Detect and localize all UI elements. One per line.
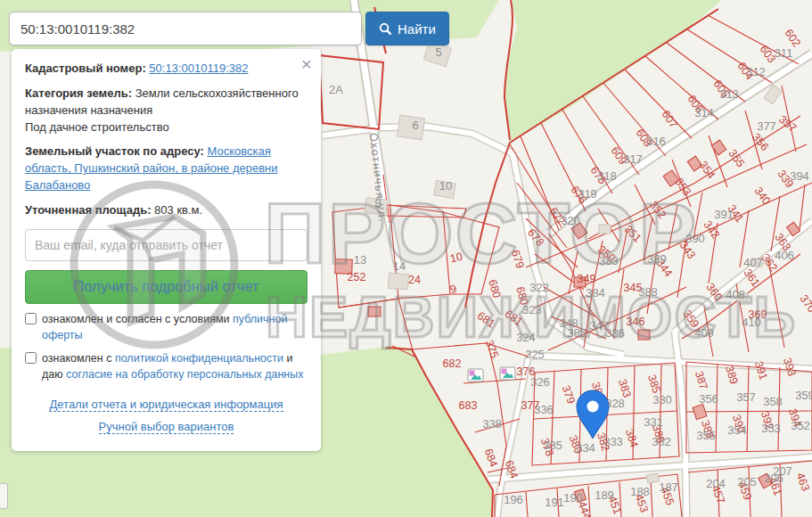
svg-text:394: 394 xyxy=(790,169,809,183)
svg-text:311: 311 xyxy=(775,46,793,60)
land-use-value: Под дачное строительство xyxy=(25,120,169,134)
search-button[interactable]: Найти xyxy=(365,12,449,45)
cadastral-number-label: Кадастровый номер: xyxy=(25,62,146,75)
svg-text:409: 409 xyxy=(694,326,714,340)
svg-text:312: 312 xyxy=(746,65,766,78)
svg-text:323: 323 xyxy=(522,303,542,316)
manual-select-link[interactable]: Ручной выбор вариантов xyxy=(99,420,234,434)
broken-image-icon xyxy=(500,367,515,380)
close-icon[interactable]: × xyxy=(301,54,312,73)
svg-text:322: 322 xyxy=(529,281,549,294)
svg-text:349: 349 xyxy=(578,273,596,285)
report-details-link[interactable]: Детали отчета и юридическая информация xyxy=(49,398,283,412)
svg-text:331: 331 xyxy=(644,415,663,429)
panel-footer-links: Детали отчета и юридическая информация Р… xyxy=(25,394,308,438)
svg-text:336: 336 xyxy=(534,403,554,416)
privacy-policy-link[interactable]: политикой конфиденциальности xyxy=(115,352,283,365)
svg-text:5: 5 xyxy=(435,45,441,59)
svg-text:188: 188 xyxy=(630,485,650,498)
svg-text:384: 384 xyxy=(586,286,605,300)
search-icon xyxy=(379,22,392,36)
svg-text:333: 333 xyxy=(603,435,623,448)
search-bar: Найти xyxy=(9,12,449,45)
svg-text:332: 332 xyxy=(652,435,671,448)
svg-text:191: 191 xyxy=(545,496,564,509)
svg-text:390: 390 xyxy=(685,232,705,245)
svg-text:325: 325 xyxy=(525,348,545,361)
search-button-label: Найти xyxy=(398,21,436,37)
privacy-checkbox[interactable] xyxy=(25,352,37,364)
svg-text:408: 408 xyxy=(726,288,745,301)
svg-text:388: 388 xyxy=(638,285,658,299)
personal-data-link[interactable]: согласие на обработку персональных данны… xyxy=(66,368,303,381)
svg-text:313: 313 xyxy=(719,87,739,101)
map-control-fragment xyxy=(0,483,8,509)
svg-text:2А: 2А xyxy=(329,83,343,96)
svg-text:14: 14 xyxy=(393,259,406,273)
svg-text:389: 389 xyxy=(647,252,667,266)
svg-text:335: 335 xyxy=(543,439,562,452)
svg-text:187: 187 xyxy=(659,480,678,494)
svg-text:357: 357 xyxy=(736,390,756,404)
svg-text:383: 383 xyxy=(599,254,619,267)
svg-text:347: 347 xyxy=(589,319,609,332)
svg-text:205: 205 xyxy=(737,475,757,488)
svg-text:354: 354 xyxy=(727,423,747,437)
svg-text:353: 353 xyxy=(761,422,781,435)
svg-text:391: 391 xyxy=(714,208,734,221)
svg-text:320: 320 xyxy=(561,214,580,227)
offer-checkbox[interactable] xyxy=(25,313,37,324)
svg-text:410: 410 xyxy=(742,316,761,329)
svg-text:317: 317 xyxy=(623,152,643,166)
svg-text:207: 207 xyxy=(773,464,792,478)
search-input[interactable] xyxy=(9,12,362,45)
svg-text:348: 348 xyxy=(559,316,578,330)
svg-text:352: 352 xyxy=(791,419,810,432)
svg-text:682: 682 xyxy=(443,357,462,370)
offer-checkbox-text: ознакомлен и согласен с условиями xyxy=(42,313,233,325)
svg-text:358: 358 xyxy=(763,395,783,408)
land-category-row: Категория земель: Земли сельскохозяйстве… xyxy=(25,86,308,136)
svg-text:406: 406 xyxy=(775,249,794,262)
get-report-button[interactable]: Получить подробный отчет xyxy=(25,270,308,304)
svg-text:252: 252 xyxy=(348,271,366,283)
svg-text:316: 316 xyxy=(646,135,666,148)
svg-text:10: 10 xyxy=(439,179,452,193)
land-category-label: Категория земель: xyxy=(25,86,132,100)
offer-checkbox-row: ознакомлен и согласен с условиями публич… xyxy=(25,311,308,343)
svg-text:13: 13 xyxy=(354,253,366,267)
svg-text:359: 359 xyxy=(795,389,812,402)
address-row: Земельный участок по адресу: Московская … xyxy=(25,144,308,194)
address-label: Земельный участок по адресу: xyxy=(25,144,204,158)
svg-text:318: 318 xyxy=(597,169,617,183)
cadastral-number-link[interactable]: 50:13:0010119:382 xyxy=(149,62,248,75)
svg-text:319: 319 xyxy=(578,187,597,201)
cadastral-number-row: Кадастровый номер: 50:13:0010119:382 xyxy=(25,61,308,78)
area-label: Уточненная площадь: xyxy=(25,203,151,217)
svg-text:355: 355 xyxy=(696,429,716,442)
svg-text:338: 338 xyxy=(482,417,502,431)
svg-text:356: 356 xyxy=(699,392,718,406)
svg-text:190: 190 xyxy=(563,491,583,505)
svg-text:334: 334 xyxy=(576,441,595,455)
privacy-checkbox-row: ознакомлен с политикой конфиденциальност… xyxy=(25,350,308,382)
parcel-info-panel: × Кадастровый номер: 50:13:0010119:382 К… xyxy=(12,49,321,451)
area-row: Уточненная площадь: 803 кв.м. xyxy=(25,202,308,219)
svg-text:24: 24 xyxy=(408,274,421,286)
svg-text:314: 314 xyxy=(694,106,714,119)
svg-text:407: 407 xyxy=(743,256,763,269)
svg-text:377: 377 xyxy=(757,119,776,133)
svg-text:683: 683 xyxy=(459,399,478,412)
svg-text:189: 189 xyxy=(595,488,614,502)
svg-text:346: 346 xyxy=(627,316,645,328)
area-value: 803 кв.м. xyxy=(154,203,202,217)
broken-image-icon xyxy=(468,369,483,382)
svg-text:204: 204 xyxy=(706,477,726,490)
svg-text:324: 324 xyxy=(516,331,536,344)
svg-text:326: 326 xyxy=(530,375,550,389)
svg-text:196: 196 xyxy=(504,493,523,506)
privacy-checkbox-text: ознакомлен с xyxy=(42,352,115,365)
email-input[interactable] xyxy=(25,229,308,261)
svg-text:6: 6 xyxy=(412,119,418,132)
svg-text:330: 330 xyxy=(652,393,672,406)
